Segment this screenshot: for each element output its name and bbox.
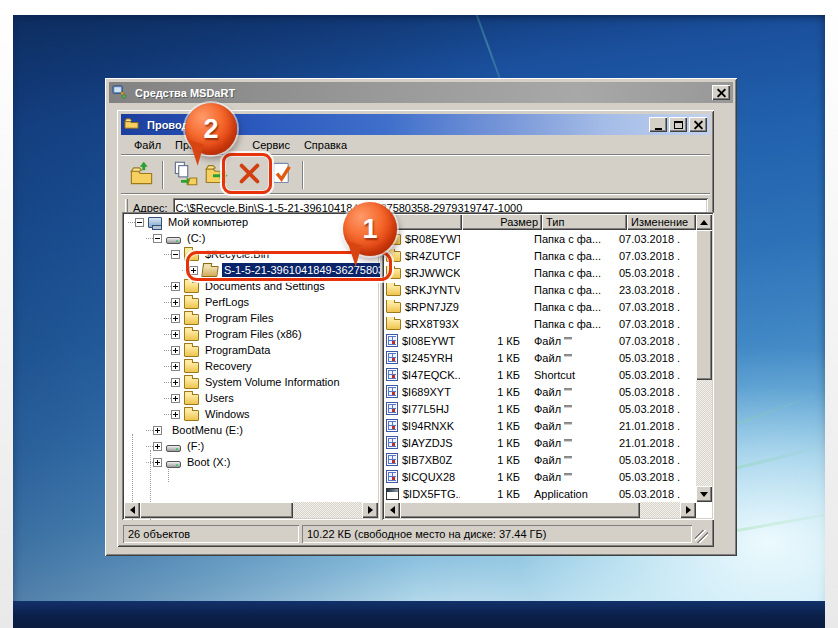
resize-grip[interactable] xyxy=(695,530,708,543)
expand-plus-icon[interactable] xyxy=(171,298,180,307)
table-row[interactable]: $I47EQCK...1 КБShortcut05.03.2018 . xyxy=(384,366,683,383)
expand-plus-icon[interactable] xyxy=(153,442,162,451)
tree-hscrollbar-thumb[interactable] xyxy=(140,502,293,518)
table-row[interactable]: $ICQUX281 КБФайл ""05.03.2018 . xyxy=(384,468,683,485)
table-row[interactable]: $I08EYWT1 КБФайл ""07.03.2018 . xyxy=(384,332,683,349)
tree-item[interactable]: PerfLogs xyxy=(124,294,251,310)
menu-item-3[interactable]: Справка xyxy=(297,137,354,153)
outer-close-button[interactable] xyxy=(712,85,730,100)
tree-item[interactable]: Users xyxy=(124,390,236,406)
cell-type: Папка с фа... xyxy=(532,267,617,279)
cell-type: Файл "" xyxy=(532,352,617,364)
folder-icon xyxy=(184,378,199,389)
expand-plus-icon[interactable] xyxy=(171,330,180,339)
table-row[interactable]: $IAYZDJS1 КБФайл ""21.01.2018 . xyxy=(384,434,683,451)
expand-plus-icon[interactable] xyxy=(171,314,180,323)
toolbar-separator xyxy=(302,161,304,189)
drive-icon xyxy=(166,461,181,468)
minimize-button[interactable] xyxy=(649,117,667,132)
table-row[interactable]: $RPN7JZ9Папка с фа...07.03.2018 . xyxy=(384,298,683,315)
file-name: $RJWWCK9 xyxy=(405,267,460,279)
tree-item-label: PerfLogs xyxy=(203,295,251,309)
column-header-3[interactable]: Изменение xyxy=(627,214,696,230)
up-one-level-button[interactable] xyxy=(125,159,157,191)
expand-plus-icon[interactable] xyxy=(171,362,180,371)
collapse-minus-icon[interactable] xyxy=(171,250,180,259)
expand-plus-icon[interactable] xyxy=(171,410,180,419)
table-row[interactable]: $I245YRH1 КБФайл ""05.03.2018 . xyxy=(384,349,683,366)
cell-date: 07.03.2018 . xyxy=(617,335,683,347)
tree-item-label: Windows xyxy=(203,407,252,421)
folder-icon xyxy=(386,285,401,296)
table-row[interactable]: $RKJYNTV...Папка с фа...23.03.2018 . xyxy=(384,281,683,298)
table-row[interactable]: $R4ZUTCPПапка с фа...07.03.2018 . xyxy=(384,247,683,264)
tree-item-label: Program Files (x86) xyxy=(203,327,304,341)
status-bar: 26 объектов 10.22 КБ (свободное место на… xyxy=(121,522,710,545)
tree-connector-stub xyxy=(164,286,171,287)
table-row[interactable]: $IB7XB0Z1 КБФайл ""05.03.2018 . xyxy=(384,451,683,468)
ifile-icon xyxy=(386,368,398,381)
msdart-tools-icon xyxy=(112,84,127,101)
list-scroll-left-button[interactable] xyxy=(384,502,400,518)
list-scroll-right-button[interactable] xyxy=(680,502,696,518)
cell-date: 07.03.2018 . xyxy=(617,301,683,313)
list-hscrollbar-thumb[interactable] xyxy=(400,502,640,518)
column-header-1[interactable]: Размер xyxy=(462,214,542,230)
inner-close-button[interactable] xyxy=(689,117,707,132)
cell-size: 1 КБ xyxy=(460,403,532,415)
wallpaper-bottom-band xyxy=(13,601,825,628)
expand-plus-icon[interactable] xyxy=(171,346,180,355)
cell-type: Папка с фа... xyxy=(532,318,617,330)
list-scroll-up-button[interactable] xyxy=(696,214,712,230)
collapse-minus-icon[interactable] xyxy=(153,234,162,243)
arrow-icon xyxy=(700,220,708,225)
tree-item[interactable]: System Volume Information xyxy=(124,374,342,390)
desktop: Средства MSDaRT Проводник ФайлПравка xyxy=(13,15,825,628)
tree-connector-stub xyxy=(146,462,153,463)
cell-name: $I08EYWT xyxy=(384,334,460,347)
cell-size: 1 КБ xyxy=(460,369,532,381)
ifile-icon xyxy=(386,419,398,432)
list-vscrollbar-thumb[interactable] xyxy=(696,230,712,380)
collapse-minus-icon[interactable] xyxy=(135,218,144,227)
table-row[interactable]: $I77L5HJ1 КБФайл ""05.03.2018 . xyxy=(384,400,683,417)
list-scroll-down-button[interactable] xyxy=(696,486,712,502)
table-row[interactable]: $I689XYT1 КБФайл ""05.03.2018 . xyxy=(384,383,683,400)
tree-item[interactable]: (F:) xyxy=(124,438,206,454)
tree-item[interactable]: Мой компьютер xyxy=(124,214,250,230)
folder-icon xyxy=(184,346,199,357)
expand-plus-icon[interactable] xyxy=(171,394,180,403)
expand-plus-icon[interactable] xyxy=(171,378,180,387)
expand-plus-icon[interactable] xyxy=(153,458,162,467)
table-row[interactable]: $IDX5FTG...1 КБApplication05.03.2018 . xyxy=(384,485,683,502)
tree-item[interactable]: Program Files xyxy=(124,310,275,326)
table-row[interactable]: $RX8T93XПапка с фа...07.03.2018 . xyxy=(384,315,683,332)
tree-item[interactable]: Windows xyxy=(124,406,252,422)
expand-plus-icon[interactable] xyxy=(171,282,180,291)
maximize-button[interactable] xyxy=(669,117,687,132)
tree-item-label: Boot (X:) xyxy=(185,455,232,469)
folder-icon xyxy=(184,362,199,373)
expand-plus-icon[interactable] xyxy=(153,426,162,435)
tree-item[interactable]: Recovery xyxy=(124,358,253,374)
cell-name: $IB7XB0Z xyxy=(384,453,460,466)
table-row[interactable]: $R08EYWTПапка с фа...07.03.2018 . xyxy=(384,230,683,247)
tree-item[interactable]: (C:) xyxy=(124,230,207,246)
menu-item-2[interactable]: Сервис xyxy=(245,137,297,153)
tree-item[interactable]: Boot (X:) xyxy=(124,454,232,470)
table-row[interactable]: $RJWWCK9Папка с фа...05.03.2018 . xyxy=(384,264,683,281)
menu-item-0[interactable]: Файл xyxy=(127,137,168,153)
cell-date: 21.01.2018 . xyxy=(617,437,683,449)
column-header-2[interactable]: Тип xyxy=(542,214,627,230)
folder-up-icon xyxy=(128,160,155,189)
cell-name: $I689XYT xyxy=(384,385,460,398)
tree-item-label: Program Files xyxy=(203,311,275,325)
cell-name: $IAYZDJS xyxy=(384,436,460,449)
tree-scroll-right-button[interactable] xyxy=(362,502,378,518)
tree-item[interactable]: Program Files (x86) xyxy=(124,326,304,342)
tree-item[interactable]: ProgramData xyxy=(124,342,272,358)
cell-type: Файл "" xyxy=(532,437,617,449)
table-row[interactable]: $I94RNXK1 КБФайл ""21.01.2018 . xyxy=(384,417,683,434)
tree-scroll-left-button[interactable] xyxy=(124,502,140,518)
tree-item[interactable]: BootMenu (E:) xyxy=(124,422,245,438)
